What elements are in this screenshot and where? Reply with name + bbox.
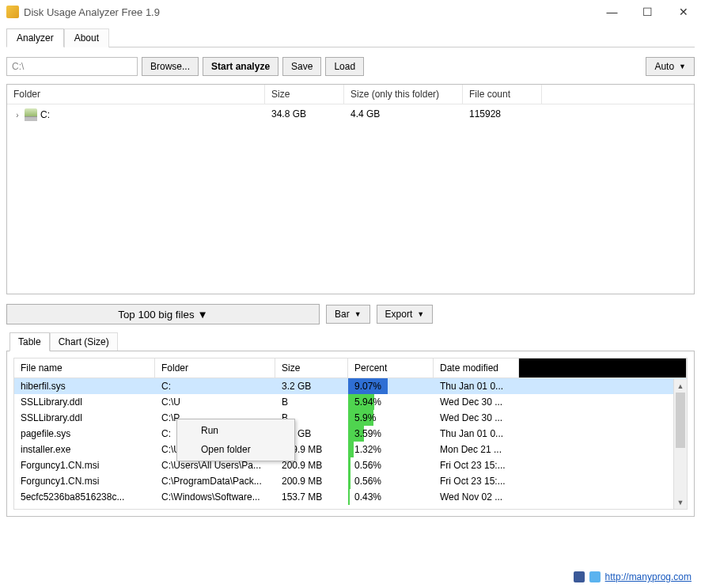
tree-header-size[interactable]: Size [265,85,344,104]
file-name: SSLLibrary.ddl [14,394,155,410]
statusbar: http://manyprog.com [0,566,701,588]
file-date: Fri Oct 23 15:... [434,457,519,473]
file-percent: 0.56% [348,473,434,489]
tree-folder-name: C: [40,109,50,120]
tree-count: 115928 [463,106,542,123]
file-row[interactable]: installer.exeC:\Users\pc\AppData\...469.… [14,442,687,457]
tree-header-sizeonly[interactable]: Size (only this folder) [344,85,463,104]
file-name: pagefile.sys [14,426,155,442]
files-header: File name Folder Size Percent Date modif… [14,358,687,378]
window-title: Disk Usage Analyzer Free 1.9 [24,6,160,18]
start-analyze-button[interactable]: Start analyze [203,57,279,76]
files-header-percent[interactable]: Percent [348,358,434,377]
file-percent: 1.32% [348,442,434,457]
scroll-up-icon[interactable]: ▲ [674,379,687,393]
file-date: Mon Dec 21 ... [434,442,519,457]
export-dropdown[interactable]: Export▼ [377,305,434,324]
file-percent: 0.56% [348,457,434,473]
file-size: 3.2 GB [275,378,348,394]
files-panel: File name Folder Size Percent Date modif… [6,351,695,517]
maximize-button[interactable]: ☐ [630,0,665,24]
file-date: Wed Nov 02 ... [434,489,519,505]
file-row[interactable]: hiberfil.sysC:3.2 GB9.07%Thu Jan 01 0... [14,378,687,394]
view-tabs: Table Chart (Size) [6,332,695,351]
file-date: Wed Dec 30 ... [434,410,519,426]
load-button[interactable]: Load [325,57,364,76]
file-row[interactable]: SSLLibrary.ddlC:\UB5.94%Wed Dec 30 ... [14,394,687,410]
file-name: Forguncy1.CN.msi [14,457,155,473]
file-name: Forguncy1.CN.msi [14,473,155,489]
close-button[interactable]: ✕ [665,0,701,24]
tree-header-folder[interactable]: Folder [7,85,265,104]
tab-table[interactable]: Table [9,332,50,351]
file-size: 153.7 MB [275,489,348,505]
tree-sizeonly: 4.4 GB [344,106,463,123]
tree-header-count[interactable]: File count [463,85,542,104]
file-folder: C: [155,378,275,394]
vertical-scrollbar[interactable]: ▲ ▼ [673,379,687,509]
file-percent: 5.94% [348,394,434,410]
tab-analyzer[interactable]: Analyzer [6,28,64,47]
tree-size: 34.8 GB [265,106,344,123]
files-header-blank [519,358,687,377]
file-size: 200.9 MB [275,473,348,489]
file-row[interactable]: pagefile.sysC:1.2 GB3.59%Thu Jan 01 0... [14,426,687,442]
top100-dropdown[interactable]: Top 100 big files▼ [6,304,320,324]
file-date: Fri Oct 23 15:... [434,473,519,489]
files-header-folder[interactable]: Folder [155,358,275,377]
file-row[interactable]: 5ecfc5236ba8516238c...C:\Windows\Softwar… [14,489,687,505]
folder-tree-panel: Folder Size Size (only this folder) File… [6,84,695,294]
chevron-down-icon: ▼ [679,63,686,70]
tab-chart[interactable]: Chart (Size) [50,332,118,351]
file-percent: 3.59% [348,426,434,442]
file-row[interactable]: Forguncy1.CN.msiC:\Users\All Users\Pa...… [14,457,687,473]
file-size: B [275,394,348,410]
expand-icon[interactable]: › [13,111,21,119]
file-name: SSLLibrary.ddl [14,410,155,426]
file-folder: C:\ProgramData\Pack... [155,473,275,489]
minimize-button[interactable]: — [594,0,630,24]
file-folder: C:\Windows\Software... [155,489,275,505]
context-menu: Run Open folder [176,419,295,461]
tree-row[interactable]: › C: 34.8 GB 4.4 GB 115928 [7,104,694,125]
auto-dropdown[interactable]: Auto▼ [646,57,695,76]
context-open-folder[interactable]: Open folder [179,440,293,459]
chevron-down-icon: ▼ [354,310,362,318]
context-run[interactable]: Run [179,421,293,440]
facebook-icon[interactable] [574,571,585,582]
homepage-link[interactable]: http://manyprog.com [605,571,692,582]
window-controls: — ☐ ✕ [594,0,701,24]
file-folder: C:\U [155,394,275,410]
file-row[interactable]: SSLLibrary.ddlC:\PB5.9%Wed Dec 30 ... [14,410,687,426]
file-name: 5ecfc5236ba8516238c... [14,489,155,505]
file-list[interactable]: hiberfil.sysC:3.2 GB9.07%Thu Jan 01 0...… [14,378,687,508]
twitter-icon[interactable] [589,571,601,582]
toolbar: Browse... Start analyze Save Load Auto▼ [6,57,695,76]
file-name: hiberfil.sys [14,378,155,394]
scroll-thumb[interactable] [676,393,685,448]
file-date: Thu Jan 01 0... [434,378,519,394]
tree-header: Folder Size Size (only this folder) File… [7,85,694,104]
file-percent: 5.9% [348,410,434,426]
save-button[interactable]: Save [282,57,321,76]
mid-toolbar: Top 100 big files▼ Bar▼ Export▼ [6,304,695,324]
files-header-date[interactable]: Date modified [434,358,519,377]
files-header-size[interactable]: Size [275,358,348,377]
app-icon [6,6,19,18]
browse-button[interactable]: Browse... [142,57,199,76]
main-tabs: Analyzer About [0,24,701,47]
bar-dropdown[interactable]: Bar▼ [326,305,370,324]
chevron-down-icon: ▼ [198,309,208,321]
file-date: Thu Jan 01 0... [434,426,519,442]
file-row[interactable]: Forguncy1.CN.msiC:\ProgramData\Pack...20… [14,473,687,489]
drive-icon [25,108,37,121]
titlebar: Disk Usage Analyzer Free 1.9 — ☐ ✕ [0,0,701,24]
file-percent: 9.07% [348,378,434,394]
files-header-name[interactable]: File name [14,358,155,377]
file-name: installer.exe [14,442,155,457]
chevron-down-icon: ▼ [417,310,424,318]
file-date: Wed Dec 30 ... [434,394,519,410]
scroll-down-icon[interactable]: ▼ [674,495,687,509]
path-input[interactable] [6,57,138,76]
tab-about[interactable]: About [64,28,109,47]
